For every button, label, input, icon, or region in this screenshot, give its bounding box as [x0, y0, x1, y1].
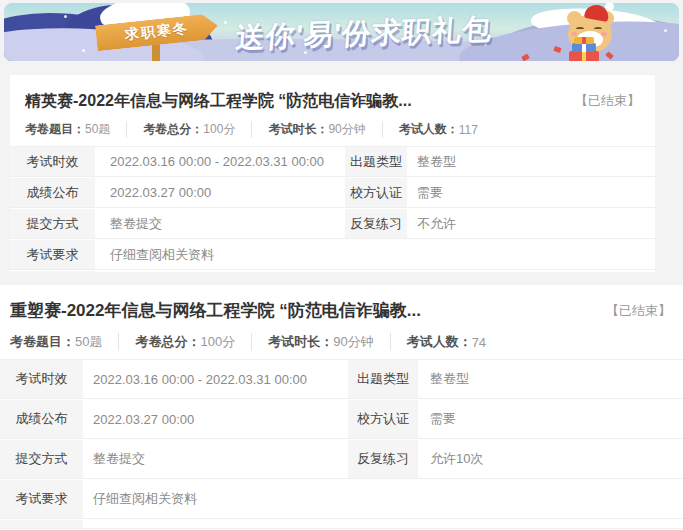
bear-mascot-illustration: [561, 7, 623, 61]
stat-label: 考卷总分：: [135, 333, 200, 351]
stat-label: 考试人数：: [399, 121, 459, 138]
gift-box: [569, 51, 599, 61]
stat-label: 考试时长：: [268, 333, 333, 351]
bear-blush: [601, 32, 607, 36]
stat-value: 74: [472, 335, 486, 350]
row-label: 考试要求: [0, 480, 83, 518]
row-label: 反复练习: [345, 209, 407, 238]
row-value: [83, 520, 683, 528]
table-row-clipped: [0, 520, 683, 528]
row-value: 需要: [418, 400, 683, 438]
stat-label: 考试人数：: [407, 333, 472, 351]
row-label: 提交方式: [0, 440, 83, 478]
row-label: 成绩公布: [10, 178, 95, 207]
row-value: 2022.03.27 00:00: [83, 400, 348, 438]
table-row: 考试要求 仔细查阅相关资料: [0, 480, 683, 518]
stat-value: 50题: [75, 333, 102, 351]
exam-info-table: 考试时效 2022.03.16 00:00 - 2022.03.31 00:00…: [0, 359, 683, 528]
row-value: 整卷提交: [83, 440, 348, 478]
stat-participants: 考试人数： 74: [390, 333, 502, 351]
exam-title[interactable]: 重塑赛-2022年信息与网络工程学院 “防范电信诈骗教...: [10, 299, 594, 323]
bear-hat-pompom: [605, 3, 614, 11]
table-row-clipped: [10, 271, 655, 272]
promo-banner[interactable]: 求职寒冬 送你'易'份求职礼包: [4, 3, 679, 61]
stat-duration: 考试时长： 90分钟: [251, 333, 389, 351]
gift-box: [574, 37, 594, 44]
stat-total-score: 考卷总分： 100分: [126, 121, 251, 138]
row-label: 考试时效: [0, 360, 83, 398]
row-label: 反复练习: [348, 440, 418, 478]
table-row: 考试时效 2022.03.16 00:00 - 2022.03.31 00:00…: [0, 360, 683, 398]
exam-title[interactable]: 精英赛-2022年信息与网络工程学院 “防范电信诈骗教...: [25, 89, 563, 113]
exam-card-elite[interactable]: 精英赛-2022年信息与网络工程学院 “防范电信诈骗教... 【已结束】 考卷题…: [10, 75, 655, 272]
row-label: 出题类型: [345, 147, 407, 176]
exam-stats-row: 考卷题目： 50题 考卷总分： 100分 考试时长： 90分钟 考试人数： 11…: [10, 113, 655, 138]
stat-total-score: 考卷总分： 100分: [118, 333, 251, 351]
exam-info-table: 考试时效 2022.03.16 00:00 - 2022.03.31 00:00…: [10, 146, 655, 272]
row-label: [0, 520, 83, 528]
row-label: 成绩公布: [0, 400, 83, 438]
table-row: 考试要求 仔细查阅相关资料: [10, 240, 655, 269]
stat-label: 考试时长：: [268, 121, 328, 138]
row-value: 2022.03.27 00:00: [95, 178, 345, 207]
stat-value: 117: [459, 123, 478, 137]
table-row: 提交方式 整卷提交 反复练习 允许10次: [0, 440, 683, 478]
row-value: 2022.03.16 00:00 - 2022.03.31 00:00: [95, 147, 345, 176]
row-label: 考试时效: [10, 147, 95, 176]
stat-label: 考卷题目：: [10, 333, 75, 351]
stat-value: 90分钟: [333, 333, 373, 351]
row-label: 提交方式: [10, 209, 95, 238]
exam-card-header: 精英赛-2022年信息与网络工程学院 “防范电信诈骗教... 【已结束】: [10, 75, 655, 113]
row-value: 仔细查阅相关资料: [83, 480, 683, 518]
exam-card-remold[interactable]: 重塑赛-2022年信息与网络工程学院 “防范电信诈骗教... 【已结束】 考卷题…: [0, 285, 683, 530]
table-row: 成绩公布 2022.03.27 00:00 校方认证 需要: [10, 178, 655, 207]
bear-eye: [576, 27, 584, 31]
stat-question-count: 考卷题目： 50题: [10, 333, 118, 351]
row-value: 2022.03.16 00:00 - 2022.03.31 00:00: [83, 360, 348, 398]
stat-value: 50题: [85, 121, 110, 138]
stat-value: 100分: [203, 121, 235, 138]
row-label: [10, 271, 95, 272]
row-label: 校方认证: [345, 178, 407, 207]
table-row: 提交方式 整卷提交 反复练习 不允许: [10, 209, 655, 238]
stat-participants: 考试人数： 117: [382, 121, 494, 138]
bear-eye: [594, 27, 602, 31]
row-label: 出题类型: [348, 360, 418, 398]
stat-duration: 考试时长： 90分钟: [251, 121, 381, 138]
row-value: 需要: [407, 178, 655, 207]
status-badge-ended: 【已结束】: [606, 299, 671, 323]
row-value: 允许10次: [418, 440, 683, 478]
row-label: 校方认证: [348, 400, 418, 438]
exam-stats-row: 考卷题目： 50题 考卷总分： 100分 考试时长： 90分钟 考试人数： 74: [0, 323, 683, 351]
signpost-text: 求职寒冬: [124, 20, 190, 45]
bear-blush: [571, 32, 577, 36]
table-row: 考试时效 2022.03.16 00:00 - 2022.03.31 00:00…: [10, 147, 655, 176]
row-value: 整卷型: [418, 360, 683, 398]
stat-question-count: 考卷题目： 50题: [25, 121, 126, 138]
snowflakes-decoration: [64, 15, 67, 18]
status-badge-ended: 【已结束】: [575, 89, 640, 113]
stat-label: 考卷题目：: [25, 121, 85, 138]
row-value: 整卷型: [407, 147, 655, 176]
stat-value: 90分钟: [328, 121, 365, 138]
row-value: 不允许: [407, 209, 655, 238]
stat-value: 100分: [200, 333, 235, 351]
row-value: 仔细查阅相关资料: [95, 240, 655, 269]
wooden-signpost: 求职寒冬: [96, 17, 226, 61]
exam-card-header: 重塑赛-2022年信息与网络工程学院 “防范电信诈骗教... 【已结束】: [0, 285, 683, 323]
row-label: 考试要求: [10, 240, 95, 269]
row-value: 整卷提交: [95, 209, 345, 238]
stat-label: 考卷总分：: [143, 121, 203, 138]
gift-box: [572, 43, 596, 52]
table-row: 成绩公布 2022.03.27 00:00 校方认证 需要: [0, 400, 683, 438]
row-value: [95, 271, 655, 272]
